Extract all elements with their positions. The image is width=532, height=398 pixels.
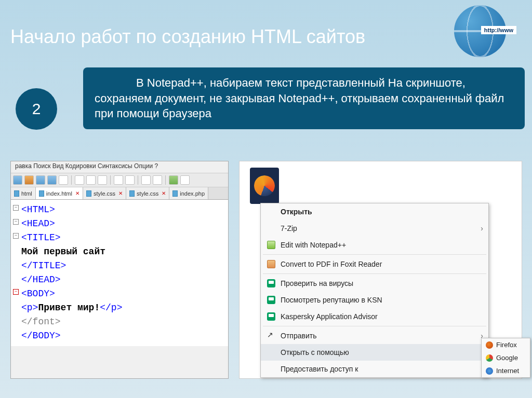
code-tag: </font> bbox=[21, 317, 61, 327]
code-editor[interactable]: −<HTML> −<HEAD> −<TITLE> Мой первый сайт… bbox=[11, 200, 228, 346]
file-icon bbox=[129, 190, 135, 197]
npp-tab-bar[interactable]: html index.html✕ style.css✕ style.css✕ i… bbox=[11, 187, 228, 200]
close-icon[interactable]: ✕ bbox=[162, 190, 166, 196]
save-icon[interactable] bbox=[36, 175, 45, 185]
menu-label: 7-Zip bbox=[281, 224, 297, 232]
redo-icon[interactable] bbox=[125, 175, 135, 185]
menu-item-share-access[interactable]: Предоставить доступ к › bbox=[261, 361, 488, 377]
menu-label: Предоставить доступ к bbox=[281, 365, 358, 373]
kaspersky-icon bbox=[267, 296, 275, 304]
npp-menubar[interactable]: равка Поиск Вид Кодировки Синтаксисы Опц… bbox=[11, 161, 228, 173]
kaspersky-icon bbox=[267, 279, 275, 287]
submenu-item-firefox[interactable]: Firefox bbox=[482, 338, 530, 351]
tab-file[interactable]: index.html✕ bbox=[36, 187, 83, 199]
submenu-label: Google bbox=[496, 354, 518, 362]
tab-file[interactable]: style.css✕ bbox=[126, 187, 169, 199]
menu-item-advisor[interactable]: Kaspersky Application Advisor bbox=[261, 308, 488, 325]
file-icon bbox=[39, 190, 44, 197]
notepad-plus-plus-window: равка Поиск Вид Кодировки Синтаксисы Опц… bbox=[10, 161, 229, 379]
fold-icon[interactable]: − bbox=[13, 289, 19, 295]
share-icon bbox=[267, 332, 275, 340]
tab-file[interactable]: style.css✕ bbox=[83, 187, 126, 199]
toolbar-separator bbox=[165, 175, 166, 185]
menu-label: Convert to PDF in Foxit Reader bbox=[281, 260, 382, 268]
menu-item-scan[interactable]: Проверить на вирусы bbox=[261, 275, 488, 292]
npp-toolbar[interactable] bbox=[11, 173, 228, 187]
replace-icon[interactable] bbox=[153, 175, 162, 185]
close-icon[interactable]: ✕ bbox=[75, 190, 79, 196]
fold-icon[interactable]: − bbox=[13, 219, 19, 225]
file-explorer-window: Открыть 7-Zip › Edit with Notepad++ Conv… bbox=[239, 161, 522, 379]
blank-icon bbox=[267, 348, 275, 356]
step-number-badge: 2 bbox=[16, 88, 57, 130]
code-tag: <HTML> bbox=[21, 204, 55, 215]
menu-label: Открыть bbox=[281, 208, 312, 216]
firefox-file-icon[interactable] bbox=[250, 168, 279, 204]
code-tag: <p> bbox=[21, 303, 38, 313]
menu-label: Проверить на вирусы bbox=[281, 279, 353, 287]
menu-separator bbox=[263, 273, 486, 274]
ie-icon bbox=[486, 367, 493, 375]
menu-item-ksn[interactable]: Посмотреть репутацию в KSN bbox=[261, 292, 488, 308]
context-menu: Открыть 7-Zip › Edit with Notepad++ Conv… bbox=[260, 203, 489, 378]
menu-item-open-with[interactable]: Открыть с помощью › bbox=[261, 344, 488, 361]
save-all-icon[interactable] bbox=[47, 175, 57, 185]
chevron-right-icon: › bbox=[481, 224, 483, 232]
blank-icon bbox=[267, 365, 275, 373]
globe-banner: http://www bbox=[481, 26, 516, 34]
open-file-icon[interactable] bbox=[24, 175, 34, 185]
zoom-icon[interactable] bbox=[180, 175, 190, 185]
new-file-icon[interactable] bbox=[13, 175, 22, 185]
file-icon bbox=[86, 190, 91, 197]
copy-icon[interactable] bbox=[86, 175, 96, 185]
close-icon[interactable]: ✕ bbox=[118, 190, 123, 196]
submenu-item-google[interactable]: Google bbox=[482, 351, 530, 364]
description-box: В Notepad++, набираем текст представленн… bbox=[83, 67, 525, 129]
code-text: Привет мир! bbox=[38, 303, 100, 313]
submenu-label: Firefox bbox=[496, 341, 517, 349]
menu-label: Kaspersky Application Advisor bbox=[281, 312, 378, 321]
code-tag: <HEAD> bbox=[21, 218, 55, 229]
menu-label: Открыть с помощью bbox=[281, 348, 349, 356]
slide-title: Начало работ по созданию HTML сайтов bbox=[10, 26, 365, 48]
print-icon[interactable] bbox=[59, 175, 68, 185]
submenu-label: Internet bbox=[496, 367, 519, 375]
code-tag: </HEAD> bbox=[21, 275, 61, 285]
toolbar-separator bbox=[71, 175, 72, 185]
menu-item-convert-pdf[interactable]: Convert to PDF in Foxit Reader bbox=[261, 256, 488, 272]
toolbar-separator bbox=[110, 175, 111, 185]
menu-item-7zip[interactable]: 7-Zip › bbox=[261, 220, 488, 237]
file-icon bbox=[172, 190, 178, 197]
blank-icon bbox=[267, 208, 275, 216]
description-text: В Notepad++, набираем текст представленн… bbox=[95, 76, 504, 120]
tab-file[interactable]: html bbox=[11, 187, 36, 199]
menu-item-edit-npp[interactable]: Edit with Notepad++ bbox=[261, 237, 488, 253]
menu-separator bbox=[263, 254, 486, 255]
code-tag: </BODY> bbox=[21, 331, 61, 341]
submenu-item-internet[interactable]: Internet bbox=[482, 364, 530, 377]
paste-icon[interactable] bbox=[98, 175, 107, 185]
fold-icon[interactable]: − bbox=[13, 205, 19, 211]
file-icon bbox=[14, 190, 19, 197]
menu-label: Отправить bbox=[281, 332, 316, 340]
firefox-icon bbox=[486, 341, 493, 349]
menu-separator bbox=[263, 326, 486, 326]
open-with-submenu: Firefox Google Internet bbox=[481, 338, 530, 378]
globe-decoration: http://www bbox=[438, 0, 516, 62]
undo-icon[interactable] bbox=[114, 175, 123, 185]
pdf-icon bbox=[267, 260, 275, 268]
code-tag: </p> bbox=[100, 303, 122, 313]
cut-icon[interactable] bbox=[75, 175, 84, 185]
code-tag: <TITLE> bbox=[21, 232, 61, 243]
find-icon[interactable] bbox=[141, 175, 151, 185]
blank-icon bbox=[267, 224, 275, 232]
code-tag: </TITLE> bbox=[21, 260, 66, 271]
fold-icon[interactable]: − bbox=[13, 233, 19, 239]
menu-item-send[interactable]: Отправить › bbox=[261, 327, 488, 344]
code-tag: <BODY> bbox=[21, 289, 55, 299]
menu-label: Посмотреть репутацию в KSN bbox=[281, 296, 382, 304]
menu-label: Edit with Notepad++ bbox=[281, 241, 346, 249]
play-icon[interactable] bbox=[169, 175, 178, 185]
tab-file[interactable]: index.php bbox=[169, 187, 208, 199]
menu-item-open[interactable]: Открыть bbox=[261, 203, 488, 220]
